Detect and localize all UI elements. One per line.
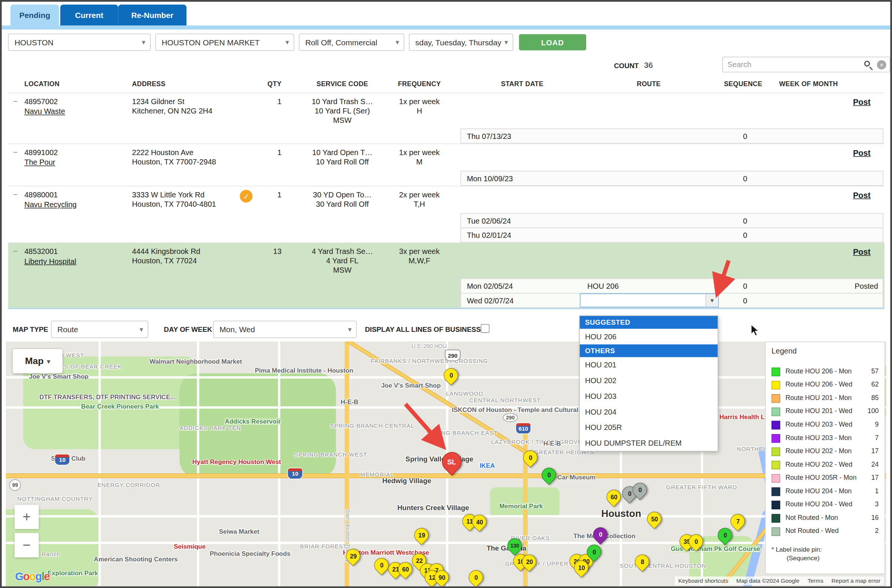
chevron-down-icon[interactable]: ▾ [705, 294, 718, 307]
col-service-code: SERVICE CODE [293, 81, 392, 88]
schedule-sequence: 0 [743, 216, 747, 225]
legend-label: Route HOU 201 - Wed [785, 408, 852, 415]
road-shield-icon: 290 [502, 413, 517, 422]
map-pin[interactable]: 0 [465, 567, 486, 586]
market-select[interactable]: HOUSTON OPEN MARKET ▾ [155, 34, 294, 51]
line-of-business-select[interactable]: Roll Off, Commercial ▾ [299, 34, 404, 51]
legend-item: Route HOU 204 - Wed3 [766, 498, 884, 512]
map-attribution: Keyboard shortcuts Map data ©2024 Google… [675, 576, 884, 585]
post-link[interactable]: Post [853, 190, 871, 200]
map-label: H-E-B [341, 398, 358, 405]
location-name-link[interactable]: Navu Waste [24, 107, 65, 116]
qty-cell: 1 [251, 98, 281, 106]
map-label: IKEA [480, 462, 495, 469]
terms-link[interactable]: Terms [808, 578, 823, 584]
schedule-date: Tue 02/06/24 [467, 216, 511, 225]
legend-label: Route HOU 202 - Wed [785, 460, 852, 468]
table-row[interactable]: –48980001Navu Recycling3333 W Little Yor… [8, 186, 884, 242]
legend-swatch [772, 514, 780, 522]
display-all-checkbox[interactable] [481, 324, 489, 333]
map-canvas[interactable]: RANCH WESTVILLAGES OF BEAR CREEKJoe V's … [6, 342, 886, 586]
map-label: Joe V's Smart Shop [381, 382, 441, 389]
map-pin[interactable]: 0 [539, 465, 559, 485]
dropdown-option[interactable]: HOU 206 [580, 329, 718, 345]
post-link[interactable]: Post [853, 98, 871, 107]
load-button[interactable]: LOAD [519, 34, 586, 50]
post-link[interactable]: Post [853, 247, 871, 256]
table-row[interactable]: –48957002Navu Waste1234 Gildner StKitche… [8, 93, 884, 144]
col-sequence: SEQUENCE [720, 81, 766, 88]
legend-swatch [772, 527, 780, 536]
chevron-down-icon: ▾ [47, 357, 51, 365]
zoom-out-button[interactable]: − [15, 533, 39, 557]
days-select[interactable]: sday, Tuesday, Thursday ▾ [409, 34, 513, 51]
location-name-link[interactable]: Liberty Hospital [24, 257, 76, 266]
dropdown-option[interactable]: HOU DUMPSTER DEL/REM [580, 435, 718, 451]
map-type-select[interactable]: Route ▾ [51, 321, 149, 338]
map-pin[interactable]: 8 [632, 552, 653, 572]
legend-item: Route HOU 202 - Mon17 [766, 445, 884, 458]
legend-label: Route HOU 206 - Wed [785, 381, 852, 388]
google-logo-letter: o [23, 570, 29, 582]
keyboard-shortcuts-link[interactable]: Keyboard shortcuts [678, 578, 728, 584]
location-table: –48957002Navu Waste1234 Gildner StKitche… [8, 93, 884, 309]
location-name-link[interactable]: The Pour [24, 158, 56, 166]
road-shield-icon: 10 [287, 468, 303, 479]
search-icon[interactable] [864, 61, 870, 66]
search-input[interactable] [728, 59, 860, 70]
schedule-row: Mon 02/05/24HOU 2060Posted [460, 278, 883, 293]
map-layer-button[interactable]: Map ▾ [13, 349, 63, 374]
schedule-row: Wed 02/07/24▾0 [460, 293, 883, 308]
dropdown-option[interactable]: HOU 202 [580, 373, 718, 388]
schedule-date: Thu 07/13/23 [467, 132, 511, 141]
map-label: Hunters Creek Village [397, 504, 469, 512]
day-of-week-select[interactable]: Mon, Wed ▾ [213, 321, 357, 338]
dropdown-option[interactable]: HOU 203 [580, 388, 718, 404]
legend-count: 3 [875, 501, 879, 508]
tab-renumber[interactable]: Re-Number [118, 4, 186, 26]
table-row[interactable]: –48532001Liberty Hospital4444 Kingsbrook… [8, 243, 884, 308]
collapse-row-icon[interactable]: – [12, 191, 19, 198]
legend-count: 2 [875, 527, 879, 534]
table-row[interactable]: –48991002The Pour2222 Houston AveHouston… [8, 144, 884, 186]
zoom-in-button[interactable]: + [15, 505, 39, 529]
qty-cell: 1 [251, 190, 281, 199]
tab-current[interactable]: Current [60, 4, 119, 26]
post-link[interactable]: Post [853, 148, 871, 158]
region-select[interactable]: HOUSTON ▾ [8, 34, 150, 51]
dropdown-option[interactable]: HOU 204 [580, 404, 718, 420]
park-area [179, 374, 336, 477]
map-pin[interactable]: 50 [644, 508, 665, 529]
legend-label: Route HOU 206 - Mon [785, 368, 852, 375]
collapse-row-icon[interactable]: – [12, 98, 19, 105]
legend-label: Not Routed - Mon [785, 514, 838, 521]
clear-search-icon[interactable]: × [877, 60, 886, 70]
location-name-link[interactable]: Navu Recycling [24, 200, 77, 209]
collapse-row-icon[interactable]: – [12, 148, 19, 156]
location-address: 3333 W Little York RdHouston, TX 77040-4… [132, 190, 216, 208]
route-combobox[interactable]: ▾ [580, 294, 719, 308]
map-pin[interactable]: 0 [441, 365, 461, 386]
dropdown-option[interactable]: HOU 201 [580, 357, 718, 373]
map-pin[interactable]: 7 [728, 511, 748, 531]
report-error-link[interactable]: Report a map error [832, 578, 881, 584]
dropdown-option[interactable]: HOU 205R [580, 420, 718, 435]
legend-label: Not Routed - Wed [785, 527, 839, 534]
location-id: 48991002 [24, 148, 58, 157]
google-logo-letter: e [44, 570, 50, 582]
legend-label: Route HOU 204 - Wed [785, 501, 852, 508]
schedule-route[interactable]: HOU 206 [587, 282, 619, 291]
col-location: LOCATION [24, 81, 60, 88]
legend-item: Route HOU 201 - Mon85 [766, 392, 884, 405]
legend-footnote: * Label inside pin: [772, 546, 822, 553]
map-pin[interactable]: SL [438, 448, 465, 476]
col-week-of-month: WEEK OF MONTH [779, 81, 838, 88]
map-type-value: Route [57, 325, 78, 334]
map-pin[interactable]: 130 [504, 535, 525, 556]
road-us290 [347, 342, 536, 459]
map-label: H-E-B [543, 440, 561, 447]
collapse-row-icon[interactable]: – [12, 248, 19, 255]
legend-swatch [772, 408, 780, 416]
dropdown-group-header: OTHERS [580, 345, 718, 357]
tab-pending[interactable]: Pending [11, 4, 59, 26]
